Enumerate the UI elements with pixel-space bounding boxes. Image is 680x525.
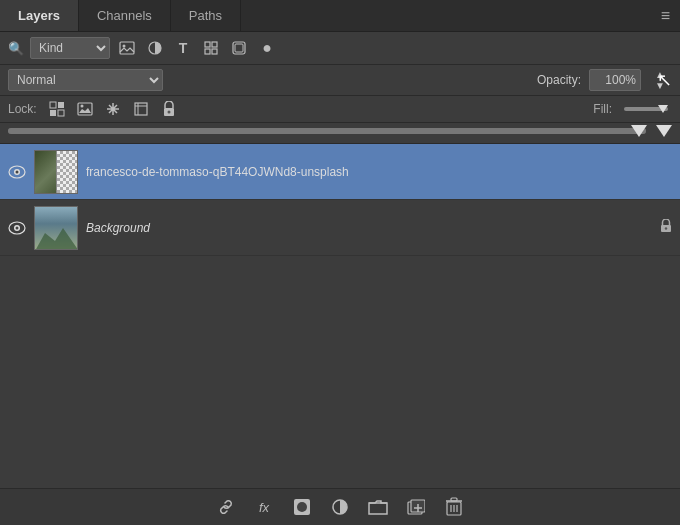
layers-list: francesco-de-tommaso-qBT44OJWNd8-unsplas… [0,144,680,488]
svg-rect-3 [205,42,210,47]
lock-label: Lock: [8,102,37,116]
layer-name: francesco-de-tommaso-qBT44OJWNd8-unsplas… [86,165,672,179]
filter-row: 🔍 Kind T [0,32,680,65]
opacity-input[interactable] [589,69,641,91]
tab-channels[interactable]: Channels [79,0,171,31]
new-layer-button[interactable] [404,495,428,519]
opacity-slider-track[interactable] [8,128,646,134]
layer-fx-button[interactable]: fx [252,495,276,519]
fill-label: Fill: [593,102,612,116]
filter-image-icon[interactable] [116,37,138,59]
filter-adjustment-icon[interactable] [144,37,166,59]
add-mask-button[interactable] [290,495,314,519]
svg-rect-38 [451,498,457,501]
blend-row: Normal Opacity: ▲ ▼ ↖ [0,65,680,96]
filter-text-icon[interactable]: T [172,37,194,59]
svg-marker-26 [35,228,78,249]
layer-lock-icon [660,219,672,236]
bottom-toolbar: fx [0,488,680,525]
svg-rect-6 [212,49,217,54]
svg-rect-12 [58,110,64,116]
svg-point-22 [16,170,19,173]
half-circle-icon [147,40,163,56]
tab-layers[interactable]: Layers [0,0,79,31]
lock-image-icon[interactable] [75,99,95,119]
opacity-slider-row [0,123,680,143]
layer-name: Background [86,221,652,235]
visibility-toggle[interactable] [8,163,26,181]
smart-object-icon [231,40,247,56]
svg-rect-4 [212,42,217,47]
lock-artboard-icon[interactable] [131,99,151,119]
lock-all-icon[interactable] [159,99,179,119]
svg-point-28 [665,227,667,229]
new-group-button[interactable] [366,495,390,519]
svg-rect-9 [50,102,56,108]
image-icon [119,40,135,56]
search-icon: 🔍 [8,41,24,56]
svg-point-1 [123,45,126,48]
tab-bar: Layers Channels Paths ≡ [0,0,680,32]
svg-rect-0 [120,42,134,54]
kind-filter-select[interactable]: Kind [30,37,110,59]
svg-rect-14 [78,103,92,115]
blend-mode-select[interactable]: Normal [8,69,163,91]
svg-point-13 [80,105,83,108]
svg-point-30 [297,502,307,512]
fill-slider-thumb [656,125,672,137]
lock-row: Lock: [0,96,680,123]
layer-item[interactable]: Background [0,200,680,256]
svg-rect-5 [205,49,210,54]
new-adjustment-button[interactable] [328,495,352,519]
shape-icon [203,40,219,56]
svg-point-25 [16,226,19,229]
filter-pixel-icon[interactable]: ● [256,37,278,59]
svg-rect-15 [135,103,147,115]
panel-menu-icon[interactable]: ≡ [661,7,670,25]
svg-rect-8 [235,44,243,52]
svg-rect-10 [58,102,64,108]
svg-point-19 [167,111,170,114]
lock-position-icon[interactable] [103,99,123,119]
delete-layer-button[interactable] [442,495,466,519]
filter-shape-icon[interactable] [200,37,222,59]
svg-rect-11 [50,110,56,116]
visibility-toggle[interactable] [8,219,26,237]
fill-section: Fill: [593,99,672,119]
layer-thumbnail [34,150,78,194]
opacity-label: Opacity: [537,73,581,87]
layers-panel: Layers Channels Paths ≡ 🔍 Kind [0,0,680,525]
cursor-indicator: ↖ [657,70,672,90]
layer-item[interactable]: francesco-de-tommaso-qBT44OJWNd8-unsplas… [0,144,680,200]
link-layers-button[interactable] [214,495,238,519]
tab-paths[interactable]: Paths [171,0,241,31]
layer-thumbnail [34,206,78,250]
filter-smart-object-icon[interactable] [228,37,250,59]
lock-transparent-icon[interactable] [47,99,67,119]
